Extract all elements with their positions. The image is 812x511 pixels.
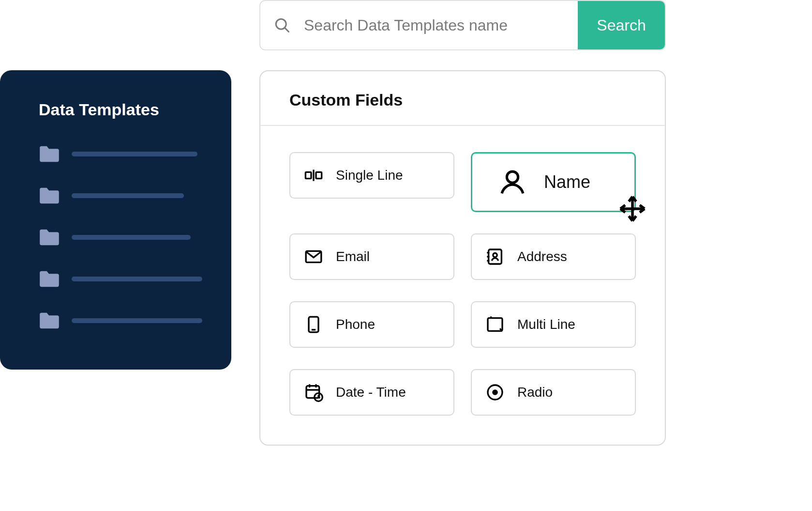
panel-title: Custom Fields — [260, 71, 665, 126]
sidebar-item-placeholder — [72, 277, 202, 281]
sidebar-item[interactable] — [39, 187, 202, 204]
sidebar-title: Data Templates — [39, 100, 202, 119]
field-single-line[interactable]: Single Line — [289, 152, 454, 199]
folder-icon — [39, 270, 60, 288]
field-grid: Single Line Name Email Address Phone Mul… — [260, 126, 665, 445]
search-bar: Search — [259, 0, 666, 50]
sidebar-item-placeholder — [72, 318, 202, 323]
field-label: Date - Time — [336, 385, 406, 400]
field-label: Address — [517, 249, 567, 264]
field-radio[interactable]: Radio — [471, 369, 636, 416]
envelope-icon — [304, 247, 323, 266]
field-email[interactable]: Email — [289, 233, 454, 280]
field-label: Email — [336, 249, 370, 264]
sidebar-item-placeholder — [72, 235, 191, 240]
custom-fields-panel: Custom Fields Single Line Name Email Add… — [259, 70, 666, 446]
sidebar-item[interactable] — [39, 270, 202, 288]
field-multi-line[interactable]: Multi Line — [471, 301, 636, 348]
field-label: Multi Line — [517, 317, 575, 332]
person-icon — [497, 167, 527, 197]
field-label: Single Line — [336, 168, 403, 183]
data-templates-sidebar: Data Templates — [0, 70, 231, 370]
folder-icon — [39, 229, 60, 246]
sidebar-item[interactable] — [39, 312, 202, 329]
calendar-clock-icon — [304, 383, 323, 402]
field-label: Name — [544, 172, 590, 192]
move-cursor-icon — [618, 194, 647, 223]
text-cursor-icon — [304, 166, 323, 185]
phone-icon — [304, 315, 323, 334]
sidebar-item[interactable] — [39, 145, 202, 163]
field-date-time[interactable]: Date - Time — [289, 369, 454, 416]
field-address[interactable]: Address — [471, 233, 636, 280]
folder-icon — [39, 312, 60, 329]
search-button[interactable]: Search — [578, 1, 665, 49]
search-input[interactable] — [304, 1, 578, 49]
sidebar-item-placeholder — [72, 152, 197, 156]
folder-icon — [39, 187, 60, 204]
field-label: Phone — [336, 317, 375, 332]
sidebar-item[interactable] — [39, 229, 202, 246]
address-book-icon — [485, 247, 505, 266]
field-name[interactable]: Name — [471, 152, 636, 212]
folder-icon — [39, 145, 60, 163]
multiline-icon — [485, 315, 505, 334]
sidebar-item-placeholder — [72, 193, 184, 198]
field-label: Radio — [517, 385, 553, 400]
radio-icon — [485, 383, 505, 402]
sidebar-folder-list — [39, 145, 202, 329]
search-icon — [260, 1, 304, 49]
field-phone[interactable]: Phone — [289, 301, 454, 348]
